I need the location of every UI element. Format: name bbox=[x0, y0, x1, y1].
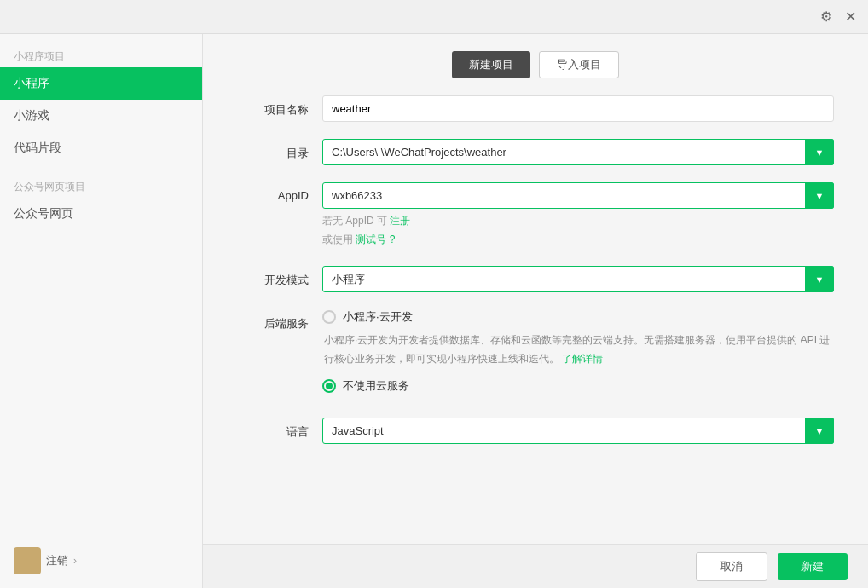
appid-control: wxb66233 若无 AppID 可 注册 或使用 测试号 ? bbox=[322, 182, 834, 249]
no-cloud-radio-row: 不使用云服务 bbox=[322, 378, 834, 394]
hint-no-appid-text: 若无 AppID 可 bbox=[322, 215, 387, 227]
sidebar-item-label: 公众号网页 bbox=[14, 206, 73, 220]
appid-hint: 若无 AppID 可 注册 或使用 测试号 ? bbox=[322, 212, 834, 249]
sidebar-item-web-page[interactable]: 公众号网页 bbox=[0, 198, 202, 230]
lang-control: JavaScript bbox=[322, 418, 834, 444]
top-bar: ⚙ ✕ bbox=[0, 0, 868, 34]
sidebar-item-label: 代码片段 bbox=[14, 141, 61, 154]
no-cloud-label: 不使用云服务 bbox=[343, 378, 409, 394]
main-layout: 小程序项目 小程序 小游戏 代码片段 公众号网页项目 公众号网页 注销 › 新建… bbox=[0, 34, 868, 588]
test-account-link[interactable]: 测试号 bbox=[356, 233, 386, 245]
create-button[interactable]: 新建 bbox=[778, 553, 848, 580]
appid-select-wrap: wxb66233 bbox=[322, 182, 834, 209]
avatar bbox=[14, 547, 41, 574]
backend-label: 后端服务 bbox=[254, 309, 322, 331]
dir-select-wrap: C:\Users\ \WeChatProjects\weather bbox=[322, 139, 834, 165]
footer-bar: 取消 新建 bbox=[203, 544, 868, 588]
form-row-appid: AppID wxb66233 若无 AppID 可 注册 或使用 测 bbox=[254, 182, 834, 249]
lang-label: 语言 bbox=[254, 418, 322, 440]
cloud-radio[interactable] bbox=[322, 310, 336, 324]
devmode-select-wrap: 小程序 bbox=[322, 266, 834, 292]
lang-select-wrap: JavaScript bbox=[322, 418, 834, 444]
question-icon[interactable]: ? bbox=[390, 233, 396, 245]
form-row-name: 项目名称 bbox=[254, 95, 834, 122]
form-row-lang: 语言 JavaScript bbox=[254, 418, 834, 444]
no-cloud-radio[interactable] bbox=[322, 379, 336, 393]
devmode-control: 小程序 bbox=[322, 266, 834, 292]
new-project-button[interactable]: 新建项目 bbox=[452, 51, 530, 78]
form-area: 项目名称 目录 C:\Users\ \WeChatProjects\weathe… bbox=[203, 87, 868, 544]
sidebar-item-code-snippet[interactable]: 代码片段 bbox=[0, 132, 202, 164]
appid-label: AppID bbox=[254, 182, 322, 202]
sidebar-item-mini-program[interactable]: 小程序 bbox=[0, 67, 202, 100]
web-section-label: 公众号网页项目 bbox=[0, 173, 202, 198]
hint-or-text: 或使用 bbox=[322, 233, 353, 245]
dir-select[interactable]: C:\Users\ \WeChatProjects\weather bbox=[322, 139, 834, 165]
content-area: 新建项目 导入项目 项目名称 目录 C:\Users\ \WeChatProje… bbox=[203, 34, 868, 588]
devmode-select[interactable]: 小程序 bbox=[322, 266, 834, 292]
mini-program-section-label: 小程序项目 bbox=[0, 43, 202, 67]
action-bar: 新建项目 导入项目 bbox=[203, 34, 868, 87]
cloud-learn-more-link[interactable]: 了解详情 bbox=[562, 353, 603, 365]
cloud-radio-label: 小程序·云开发 bbox=[343, 309, 413, 325]
form-row-devmode: 开发模式 小程序 bbox=[254, 266, 834, 292]
sidebar-bottom: 注销 › bbox=[0, 533, 202, 588]
name-control bbox=[322, 95, 834, 122]
cloud-description: 小程序·云开发为开发者提供数据库、存储和云函数等完整的云端支持。无需搭建服务器，… bbox=[322, 331, 834, 368]
register-link[interactable]: 注册 bbox=[390, 215, 410, 227]
logout-arrow: › bbox=[73, 555, 77, 567]
devmode-label: 开发模式 bbox=[254, 266, 322, 288]
import-project-button[interactable]: 导入项目 bbox=[539, 51, 619, 78]
name-input[interactable] bbox=[322, 95, 834, 122]
sidebar-item-label: 小程序 bbox=[14, 76, 49, 89]
cancel-button[interactable]: 取消 bbox=[696, 552, 767, 581]
lang-select[interactable]: JavaScript bbox=[322, 418, 834, 444]
logout-link[interactable]: 注销 bbox=[46, 553, 68, 568]
cloud-radio-row: 小程序·云开发 bbox=[322, 309, 834, 325]
form-row-dir: 目录 C:\Users\ \WeChatProjects\weather bbox=[254, 139, 834, 165]
name-label: 项目名称 bbox=[254, 95, 322, 118]
close-icon[interactable]: ✕ bbox=[842, 9, 858, 25]
dir-control: C:\Users\ \WeChatProjects\weather bbox=[322, 139, 834, 165]
sidebar: 小程序项目 小程序 小游戏 代码片段 公众号网页项目 公众号网页 注销 › bbox=[0, 34, 203, 588]
gear-icon[interactable]: ⚙ bbox=[819, 9, 834, 25]
dir-label: 目录 bbox=[254, 139, 322, 161]
sidebar-item-mini-game[interactable]: 小游戏 bbox=[0, 100, 202, 132]
form-row-backend: 后端服务 小程序·云开发 小程序·云开发为开发者提供数据库、存储和云函数等完整的… bbox=[254, 309, 834, 401]
appid-select[interactable]: wxb66233 bbox=[322, 182, 834, 209]
sidebar-item-label: 小游戏 bbox=[14, 108, 49, 122]
backend-control: 小程序·云开发 小程序·云开发为开发者提供数据库、存储和云函数等完整的云端支持。… bbox=[322, 309, 834, 401]
